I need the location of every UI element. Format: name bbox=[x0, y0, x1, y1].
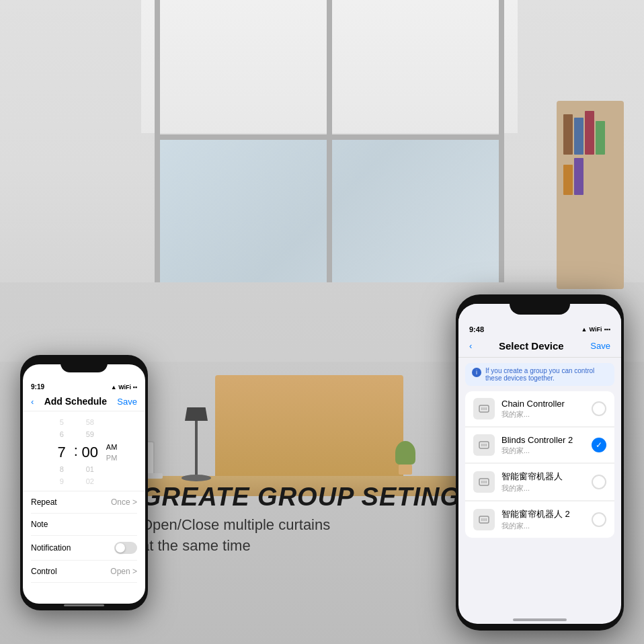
phone-right-notch bbox=[510, 297, 570, 315]
phone-left-back-chevron: ‹ bbox=[31, 397, 34, 407]
wifi-icon: WiFi bbox=[590, 326, 602, 333]
book bbox=[563, 165, 573, 195]
device-icon-smart-1 bbox=[473, 471, 495, 493]
bookshelf bbox=[557, 101, 624, 289]
plant-pot bbox=[399, 465, 412, 475]
phone-left-back-button[interactable]: ‹ bbox=[31, 397, 34, 407]
notification-toggle[interactable] bbox=[114, 542, 137, 554]
note-row[interactable]: Note bbox=[31, 514, 137, 536]
device-icon-chain bbox=[473, 398, 495, 419]
phone-right-home-bar bbox=[513, 618, 567, 621]
min-58: 58 bbox=[86, 417, 94, 429]
device-list: Chain Controller 我的家... Blinds C bbox=[465, 391, 614, 538]
device-icon-smart-2 bbox=[473, 509, 495, 530]
window-frame-mid bbox=[327, 0, 332, 282]
device-name-smart-2: 智能窗帘机器人 2 bbox=[501, 508, 585, 520]
phone-left-header: ‹ Add Schedule Save bbox=[23, 393, 145, 411]
device-check-smart-1[interactable] bbox=[592, 475, 606, 489]
info-banner-text: If you create a group you can control th… bbox=[485, 367, 608, 382]
am-option[interactable]: AM bbox=[106, 443, 118, 451]
min-02: 02 bbox=[86, 476, 94, 488]
hour-column[interactable]: 5 6 7 8 9 bbox=[51, 417, 73, 488]
device-sub-chain: 我的家... bbox=[501, 409, 585, 419]
schedule-rows: Repeat Once > Note Notification Control … bbox=[23, 491, 145, 583]
device-item-smart-curtain-1[interactable]: 智能窗帘机器人 我的家... bbox=[465, 464, 614, 501]
notification-label: Notification bbox=[31, 543, 71, 553]
control-value: Open > bbox=[110, 567, 137, 576]
phone-right-time: 9:48 bbox=[469, 325, 484, 333]
headline-subtitle: Open/Close multiple curtains at the same… bbox=[141, 515, 460, 557]
info-banner: i If you create a group you can control … bbox=[465, 363, 614, 386]
phone-right: 9:48 ▲ WiFi ▪▪▪ ‹ Select Device Save i I… bbox=[456, 294, 624, 631]
hour-6: 6 bbox=[60, 429, 64, 441]
device-name-chain: Chain Controller bbox=[501, 399, 585, 409]
notification-row[interactable]: Notification bbox=[31, 536, 137, 561]
phone-right-save-button[interactable]: Save bbox=[590, 341, 610, 351]
minute-column[interactable]: 58 59 00 01 02 bbox=[79, 417, 101, 488]
headline-area: GREATE GROUP SETING Open/Close multiple … bbox=[141, 483, 460, 557]
book bbox=[585, 111, 594, 155]
hour-7-selected: 7 bbox=[58, 440, 66, 464]
hour-8: 8 bbox=[60, 464, 64, 476]
repeat-label: Repeat bbox=[31, 497, 57, 507]
time-colon: : bbox=[74, 442, 78, 462]
subtitle-line2: at the same time bbox=[141, 537, 251, 554]
phone-left-status-icons: ▲ WiFi ▪▪ bbox=[111, 384, 137, 391]
phone-left-screen: 9:19 ▲ WiFi ▪▪ ‹ Add Schedule Save 5 6 7… bbox=[23, 364, 145, 604]
device-item-blinds-controller-2[interactable]: Blinds Controller 2 我的家... ✓ bbox=[465, 428, 614, 463]
device-item-smart-curtain-2[interactable]: 智能窗帘机器人 2 我的家... bbox=[465, 501, 614, 538]
device-check-smart-2[interactable] bbox=[592, 512, 606, 527]
window-area bbox=[141, 0, 518, 282]
hour-9: 9 bbox=[60, 476, 64, 488]
phone-right-back-button[interactable]: ‹ bbox=[469, 341, 472, 351]
headline-title: GREATE GROUP SETING bbox=[141, 483, 460, 512]
control-label: Control bbox=[31, 567, 57, 576]
battery-icon: ▪▪▪ bbox=[604, 326, 610, 333]
phone-left: 9:19 ▲ WiFi ▪▪ ‹ Add Schedule Save 5 6 7… bbox=[20, 355, 148, 610]
book bbox=[574, 118, 583, 155]
phone-right-screen-title: Select Device bbox=[499, 340, 564, 352]
subtitle-line1: Open/Close multiple curtains bbox=[141, 516, 330, 533]
window-frame-left bbox=[155, 0, 160, 282]
phone-right-screen: 9:48 ▲ WiFi ▪▪▪ ‹ Select Device Save i I… bbox=[458, 304, 621, 624]
pm-option[interactable]: PM bbox=[106, 454, 118, 462]
phone-left-screen-title: Add Schedule bbox=[44, 396, 107, 407]
phone-right-status-icons: ▲ WiFi ▪▪▪ bbox=[581, 326, 610, 333]
book bbox=[596, 121, 605, 155]
ampm-column[interactable]: AM PM bbox=[106, 443, 118, 462]
phone-left-notch bbox=[61, 358, 108, 372]
repeat-value: Once > bbox=[111, 497, 137, 507]
control-row[interactable]: Control Open > bbox=[31, 561, 137, 583]
info-icon: i bbox=[472, 368, 481, 377]
book bbox=[563, 114, 573, 155]
signal-icon: ▲ bbox=[581, 326, 588, 333]
device-check-blinds-selected[interactable]: ✓ bbox=[592, 438, 606, 452]
phone-left-home-bar bbox=[64, 604, 104, 606]
device-info-chain: Chain Controller 我的家... bbox=[501, 399, 585, 419]
window-frame-right bbox=[499, 0, 504, 282]
device-item-chain-controller[interactable]: Chain Controller 我的家... bbox=[465, 391, 614, 427]
lamp bbox=[195, 421, 198, 475]
device-icon-blinds bbox=[473, 434, 495, 456]
phone-right-header: ‹ Select Device Save bbox=[458, 336, 621, 358]
phone-left-time-picker[interactable]: 5 6 7 8 9 : 58 59 00 01 02 AM PM bbox=[23, 411, 145, 491]
device-info-blinds: Blinds Controller 2 我的家... bbox=[501, 435, 585, 456]
device-info-smart-2: 智能窗帘机器人 2 我的家... bbox=[501, 508, 585, 531]
window-frame-horizontal bbox=[155, 134, 504, 140]
phone-left-save-button[interactable]: Save bbox=[117, 397, 137, 407]
phone-left-time: 9:19 bbox=[31, 383, 44, 391]
hour-5: 5 bbox=[60, 417, 64, 429]
min-59: 59 bbox=[86, 429, 94, 441]
repeat-row[interactable]: Repeat Once > bbox=[31, 491, 137, 514]
plant-leaves bbox=[395, 441, 415, 465]
device-check-chain[interactable] bbox=[592, 401, 606, 416]
note-label: Note bbox=[31, 520, 48, 529]
device-info-smart-1: 智能窗帘机器人 我的家... bbox=[501, 471, 585, 493]
device-sub-smart-2: 我的家... bbox=[501, 521, 585, 531]
min-01: 01 bbox=[86, 464, 94, 476]
device-name-smart-1: 智能窗帘机器人 bbox=[501, 471, 585, 483]
min-00-selected: 00 bbox=[82, 440, 98, 464]
plant bbox=[395, 441, 415, 475]
device-sub-blinds: 我的家... bbox=[501, 446, 585, 456]
book bbox=[574, 158, 583, 195]
